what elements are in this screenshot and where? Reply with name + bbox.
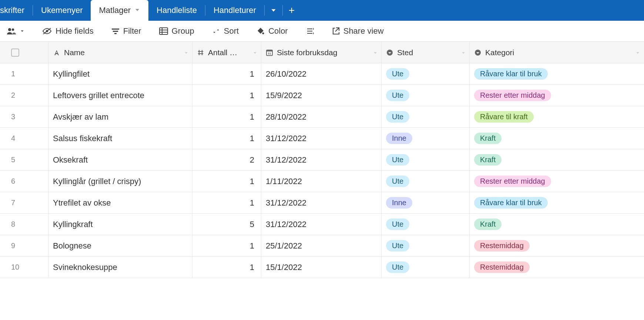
cell-antall[interactable]: 1: [192, 257, 261, 278]
table-row[interactable]: 3Avskjær av lam128/10/2022UteRåvare til …: [0, 106, 644, 128]
cell-name[interactable]: Leftovers grillet entrecote: [48, 85, 192, 106]
cell-sted[interactable]: Ute: [382, 171, 470, 192]
chevron-down-icon[interactable]: [184, 48, 188, 57]
cell-kategori[interactable]: Råvare til kraft: [470, 106, 644, 127]
row-number[interactable]: 7: [0, 192, 48, 213]
cell-kategori[interactable]: Rester etter middag: [470, 85, 644, 106]
cell-sted[interactable]: Ute: [382, 214, 470, 235]
kategori-pill: Råvare til kraft: [474, 111, 534, 123]
row-number[interactable]: 3: [0, 106, 48, 127]
chevron-down-icon[interactable]: [134, 6, 140, 15]
chevron-down-icon[interactable]: [253, 48, 257, 57]
cell-name[interactable]: Kyllinglår (grillet / crispy): [48, 171, 192, 192]
cell-sted[interactable]: Inne: [382, 192, 470, 213]
sort-button[interactable]: Sort: [208, 24, 242, 38]
tab-handleliste[interactable]: Handleliste: [148, 0, 205, 21]
collaborators-button[interactable]: [3, 25, 28, 37]
cell-kategori[interactable]: Rester etter middag: [470, 171, 644, 192]
color-button[interactable]: Color: [253, 24, 292, 38]
select-all-checkbox[interactable]: [11, 49, 19, 57]
table-row[interactable]: 7Ytrefilet av okse131/12/2022InneRåvare …: [0, 192, 644, 214]
cell-kategori[interactable]: Restemiddag: [470, 235, 644, 256]
cell-date[interactable]: 15/9/2022: [261, 85, 382, 106]
chevron-down-icon[interactable]: [373, 48, 378, 57]
cell-kategori[interactable]: Kraft: [470, 214, 644, 235]
hide-fields-button[interactable]: Hide fields: [38, 24, 97, 38]
cell-name[interactable]: Salsus fiskekraft: [48, 128, 192, 149]
row-height-button[interactable]: [302, 25, 318, 37]
cell-date[interactable]: 31/12/2022: [261, 149, 382, 170]
cell-name[interactable]: Kyllingfilet: [48, 63, 192, 84]
cell-kategori[interactable]: Kraft: [470, 128, 644, 149]
cell-antall[interactable]: 1: [192, 171, 261, 192]
cell-name[interactable]: Avskjær av lam: [48, 106, 192, 127]
cell-antall[interactable]: 1: [192, 235, 261, 256]
column-header-siste[interactable]: 31 Siste forbruksdag: [261, 42, 382, 63]
cell-kategori[interactable]: Råvare klar til bruk: [470, 63, 644, 84]
cell-sted[interactable]: Ute: [382, 235, 470, 256]
group-button[interactable]: Group: [155, 24, 198, 38]
cell-antall[interactable]: 1: [192, 106, 261, 127]
cell-name[interactable]: Oksekraft: [48, 149, 192, 170]
column-header-sted[interactable]: Sted: [382, 42, 470, 63]
row-number[interactable]: 2: [0, 85, 48, 106]
cell-sted[interactable]: Ute: [382, 106, 470, 127]
cell-antall[interactable]: 1: [192, 85, 261, 106]
row-number[interactable]: 5: [0, 149, 48, 170]
tab-ukemenyer[interactable]: Ukemenyer: [33, 0, 91, 21]
share-view-button[interactable]: Share view: [328, 24, 388, 38]
add-tab-button[interactable]: [283, 0, 301, 21]
row-number[interactable]: 10: [0, 257, 48, 278]
filter-button[interactable]: Filter: [108, 24, 145, 38]
cell-date[interactable]: 31/12/2022: [261, 214, 382, 235]
row-number[interactable]: 6: [0, 171, 48, 192]
cell-name[interactable]: Kyllingkraft: [48, 214, 192, 235]
cell-date[interactable]: 31/12/2022: [261, 192, 382, 213]
cell-antall[interactable]: 1: [192, 63, 261, 84]
more-tabs-button[interactable]: [265, 0, 282, 21]
cell-antall[interactable]: 2: [192, 149, 261, 170]
row-number[interactable]: 1: [0, 63, 48, 84]
table-row[interactable]: 9Bolognese125/1/2022UteRestemiddag: [0, 235, 644, 257]
cell-date[interactable]: 25/1/2022: [261, 235, 382, 256]
cell-antall[interactable]: 5: [192, 214, 261, 235]
row-number[interactable]: 9: [0, 235, 48, 256]
cell-date[interactable]: 15/1/2022: [261, 257, 382, 278]
row-number[interactable]: 4: [0, 128, 48, 149]
table-row[interactable]: 1Kyllingfilet126/10/2022UteRåvare klar t…: [0, 63, 644, 85]
table-row[interactable]: 10Svineknokesuppe115/1/2022UteRestemidda…: [0, 257, 644, 278]
column-header-name[interactable]: Name: [48, 42, 192, 63]
cell-date[interactable]: 26/10/2022: [261, 63, 382, 84]
tab-handleturer[interactable]: Handleturer: [205, 0, 264, 21]
cell-antall[interactable]: 1: [192, 128, 261, 149]
tab-skrifter[interactable]: skrifter: [0, 0, 33, 21]
cell-date[interactable]: 1/11/2022: [261, 171, 382, 192]
cell-kategori[interactable]: Kraft: [470, 149, 644, 170]
cell-kategori[interactable]: Restemiddag: [470, 257, 644, 278]
row-number[interactable]: 8: [0, 214, 48, 235]
cell-name[interactable]: Svineknokesuppe: [48, 257, 192, 278]
cell-date[interactable]: 31/12/2022: [261, 128, 382, 149]
cell-sted[interactable]: Ute: [382, 149, 470, 170]
chevron-down-icon[interactable]: [461, 48, 466, 57]
table-row[interactable]: 4Salsus fiskekraft131/12/2022InneKraft: [0, 128, 644, 149]
chevron-down-icon[interactable]: [635, 48, 640, 57]
cell-antall[interactable]: 1: [192, 192, 261, 213]
cell-name[interactable]: Bolognese: [48, 235, 192, 256]
cell-date[interactable]: 28/10/2022: [261, 106, 382, 127]
cell-kategori[interactable]: Råvare klar til bruk: [470, 192, 644, 213]
table-row[interactable]: 5Oksekraft231/12/2022UteKraft: [0, 149, 644, 171]
cell-sted[interactable]: Ute: [382, 85, 470, 106]
select-all-cell[interactable]: [0, 42, 48, 63]
column-header-antall[interactable]: Antall …: [192, 42, 261, 63]
table-row[interactable]: 6Kyllinglår (grillet / crispy)11/11/2022…: [0, 171, 644, 192]
tab-matlager[interactable]: Matlager: [91, 0, 148, 21]
cell-sted[interactable]: Inne: [382, 128, 470, 149]
cell-sted[interactable]: Ute: [382, 63, 470, 84]
cell-sted[interactable]: Ute: [382, 257, 470, 278]
kategori-pill: Restemiddag: [474, 240, 530, 251]
column-header-kategori[interactable]: Kategori: [470, 42, 644, 63]
cell-name[interactable]: Ytrefilet av okse: [48, 192, 192, 213]
table-row[interactable]: 8Kyllingkraft531/12/2022UteKraft: [0, 214, 644, 235]
table-row[interactable]: 2Leftovers grillet entrecote115/9/2022Ut…: [0, 85, 644, 106]
